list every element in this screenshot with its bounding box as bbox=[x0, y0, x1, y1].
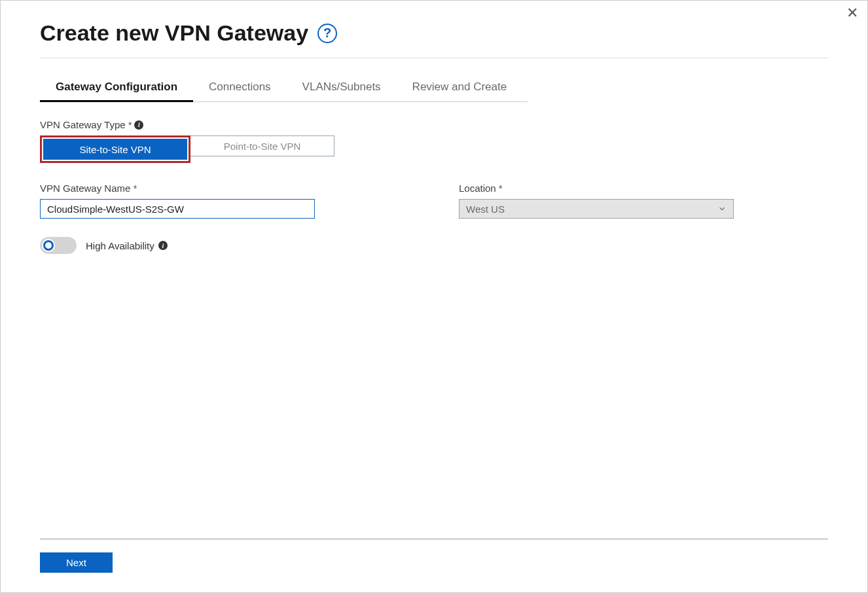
label-text: VPN Gateway Name bbox=[40, 183, 130, 194]
required-asterisk: * bbox=[128, 119, 132, 130]
divider bbox=[40, 58, 828, 58]
next-button[interactable]: Next bbox=[40, 552, 113, 573]
high-availability-toggle[interactable] bbox=[40, 237, 77, 254]
tab-gateway-configuration[interactable]: Gateway Configuration bbox=[40, 81, 193, 101]
label-text: Location bbox=[459, 183, 496, 194]
wizard-tabs: Gateway Configuration Connections VLANs/… bbox=[40, 81, 528, 102]
location-label: Location * bbox=[459, 183, 734, 194]
chevron-down-icon bbox=[717, 204, 727, 213]
vpn-gateway-name-input[interactable] bbox=[40, 199, 315, 219]
vpn-type-point-to-site-button[interactable]: Point-to-Site VPN bbox=[190, 135, 335, 156]
footer-divider bbox=[40, 539, 828, 539]
page-title: Create new VPN Gateway bbox=[40, 20, 308, 46]
required-asterisk: * bbox=[499, 183, 503, 194]
vpn-gateway-name-label: VPN Gateway Name * bbox=[40, 183, 315, 194]
label-text: VPN Gateway Type bbox=[40, 119, 126, 130]
location-select[interactable]: West US bbox=[459, 199, 734, 219]
close-icon[interactable]: ✕ bbox=[846, 6, 858, 20]
help-icon[interactable]: ? bbox=[317, 24, 337, 43]
tab-vlans-subnets[interactable]: VLANs/Subnets bbox=[287, 81, 397, 101]
tab-review-create[interactable]: Review and Create bbox=[397, 81, 523, 101]
tab-connections[interactable]: Connections bbox=[193, 81, 287, 101]
vpn-gateway-type-label: VPN Gateway Type * i bbox=[40, 119, 828, 130]
create-vpn-gateway-dialog: ✕ Create new VPN Gateway ? Gateway Confi… bbox=[0, 0, 868, 593]
highlight-box: Site-to-Site VPN bbox=[40, 135, 190, 163]
info-icon[interactable]: i bbox=[134, 120, 143, 130]
info-icon[interactable]: i bbox=[158, 241, 168, 250]
location-value: West US bbox=[466, 204, 505, 215]
toggle-knob bbox=[42, 239, 55, 252]
required-asterisk: * bbox=[133, 183, 137, 194]
high-availability-label: High Availability bbox=[86, 240, 154, 251]
vpn-type-site-to-site-button[interactable]: Site-to-Site VPN bbox=[43, 139, 187, 160]
